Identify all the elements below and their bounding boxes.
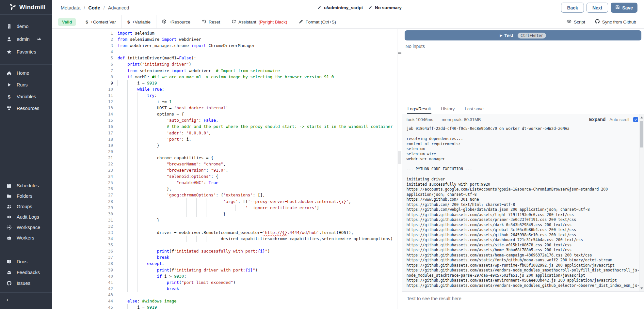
line-number[interactable]: 23 (52, 167, 113, 173)
sidebar-item-variables[interactable]: $Variables (0, 91, 52, 102)
sync-from-github-link[interactable]: Sync from Github (595, 19, 636, 25)
log-scrollbar-thumb[interactable] (640, 121, 643, 147)
code-line[interactable]: 40 if i > 9930: (52, 273, 397, 279)
line-number[interactable]: 28 (52, 198, 113, 205)
code-line[interactable]: 34 desired_capabilities=chrome_capabilit… (52, 236, 397, 242)
line-number[interactable]: 44 (52, 298, 113, 304)
line-number[interactable]: 36 (52, 248, 113, 254)
next-button[interactable]: Next (587, 3, 608, 13)
line-number[interactable]: 9 (52, 80, 113, 86)
code-line[interactable]: 10 while True: (52, 86, 397, 92)
sidebar-item-workers[interactable]: Workers (0, 233, 52, 243)
line-number[interactable]: 8 (52, 74, 113, 80)
code-line[interactable]: 32 (52, 223, 397, 229)
line-number[interactable]: 3 (52, 42, 113, 49)
line-number[interactable]: 25 (52, 179, 113, 186)
line-number[interactable]: 7 (52, 68, 113, 74)
code-line[interactable]: 9 i = 9919 (52, 80, 397, 86)
tab-code[interactable]: Code (89, 5, 100, 10)
line-number[interactable]: 18 (52, 136, 113, 142)
tab-metadata[interactable]: Metadata (61, 5, 80, 10)
line-number[interactable]: 40 (52, 273, 113, 279)
line-number[interactable]: 22 (52, 161, 113, 167)
sidebar-item-workspace[interactable]: Workspace (0, 222, 52, 233)
sidebar-item-feedbacks[interactable]: Feedbacks (0, 267, 52, 278)
code-line[interactable]: 14 options = { (52, 111, 397, 117)
format-ctrl-s-button[interactable]: Format (Ctrl+S) (293, 15, 342, 28)
sidebar-item-admin[interactable]: admin (0, 33, 52, 45)
line-number[interactable]: 34 (52, 236, 113, 242)
sidebar-item-demo[interactable]: demo (0, 20, 52, 33)
reset-button[interactable]: Reset (196, 15, 226, 28)
code-line[interactable]: 43 (52, 292, 397, 298)
line-number[interactable]: 30 (52, 211, 113, 217)
script-summary[interactable]: No summary (368, 0, 402, 15)
line-number[interactable]: 11 (52, 92, 113, 99)
sidebar-item-schedules[interactable]: Schedules (0, 180, 52, 191)
line-number[interactable]: 20 (52, 148, 113, 155)
code-line[interactable]: 6 print("initiating driver") (52, 61, 397, 67)
code-line[interactable]: 26 }, (52, 186, 397, 192)
code-line[interactable]: 39 print(f"initiating driver with port:{… (52, 267, 397, 273)
line-number[interactable]: 17 (52, 130, 113, 136)
expand-button[interactable]: Expand (589, 117, 606, 122)
code-line[interactable]: 44 else: #windows image (52, 298, 397, 304)
tab-history[interactable]: History (440, 104, 455, 114)
code-line[interactable]: 13 HOST = 'host.docker.internal' (52, 105, 397, 111)
line-number[interactable]: 38 (52, 260, 113, 267)
windmill-logo[interactable]: Windmill (0, 0, 52, 15)
line-number[interactable]: 16 (52, 123, 113, 130)
sidebar-item-docs[interactable]: Docs (0, 256, 52, 267)
context-var-button[interactable]: $+Context Var (80, 15, 121, 28)
code-line[interactable]: 5def initiateDriver(macM1=False): (52, 55, 397, 61)
code-line[interactable]: 35 (52, 242, 397, 248)
assistant-button[interactable]: Assistant(Pyright Black) (226, 15, 293, 28)
line-number[interactable]: 43 (52, 292, 113, 298)
code-line[interactable]: 27 'goog:chromeOptions': {'extensions': … (52, 192, 397, 198)
code-line[interactable]: 36 print(f"initiated successfully with p… (52, 248, 397, 254)
code-line[interactable]: 38 except: (52, 260, 397, 267)
line-number[interactable]: 27 (52, 192, 113, 198)
line-number[interactable]: 42 (52, 286, 113, 292)
tab-advanced[interactable]: Advanced (108, 5, 129, 10)
code-line[interactable]: 29 '--ignore-certificate-errors'] (52, 205, 397, 211)
code-line[interactable]: 37 break (52, 254, 397, 260)
collapse-sidebar-button[interactable]: ← (5, 295, 12, 303)
code-line[interactable]: 15 'auto_config': False, (52, 117, 397, 123)
line-number[interactable]: 19 (52, 142, 113, 148)
editor-scrollbar-thumb[interactable] (398, 151, 401, 164)
code-line[interactable]: 17 'addr': '0.0.0.0', (52, 130, 397, 136)
code-line[interactable]: 24 "selenoid:options": { (52, 173, 397, 179)
scroll-up-arrow-icon[interactable] (639, 115, 644, 120)
script-preview-link[interactable]: Script (567, 19, 585, 25)
save-button[interactable]: Save (611, 3, 637, 13)
code-line[interactable]: 41 print("port limit exceeded") (52, 279, 397, 286)
line-number[interactable]: 33 (52, 229, 113, 236)
line-number[interactable]: 32 (52, 223, 113, 229)
line-number[interactable]: 1 (52, 30, 113, 36)
line-number[interactable]: 35 (52, 242, 113, 248)
code-line[interactable]: 28 'args': [f'--proxy-server=host.docker… (52, 198, 397, 205)
line-number[interactable]: 31 (52, 217, 113, 223)
line-number[interactable]: 2 (52, 36, 113, 42)
line-number[interactable]: 37 (52, 254, 113, 260)
sidebar-item-groups[interactable]: Groups (0, 201, 52, 212)
code-line[interactable]: 30 } (52, 211, 397, 217)
line-number[interactable]: 15 (52, 117, 113, 123)
line-number[interactable]: 45 (52, 304, 113, 309)
code-line[interactable]: 25 "enableVNC": True (52, 179, 397, 186)
back-button[interactable]: Back (561, 3, 584, 13)
sidebar-item-runs[interactable]: Runs (0, 79, 52, 91)
resource-button[interactable]: +Resource (156, 15, 196, 28)
code-line[interactable]: 45 i = 9919 (52, 304, 397, 309)
line-number[interactable]: 41 (52, 279, 113, 286)
code-line[interactable]: 22 "browserName": "chrome", (52, 161, 397, 167)
code-line[interactable]: 2from seleniumwire import webdriver (52, 36, 397, 42)
sidebar-item-favorites[interactable]: Favorites (0, 45, 52, 58)
line-number[interactable]: 24 (52, 173, 113, 179)
sidebar-item-resources[interactable]: Resources (0, 102, 52, 114)
tab-last-save[interactable]: Last save (464, 104, 484, 114)
sidebar-item-issues[interactable]: Issues (0, 278, 52, 288)
code-line[interactable]: 3from webdriver_manager.chrome import Ch… (52, 42, 397, 49)
variable-button[interactable]: $+Variable (121, 15, 156, 28)
